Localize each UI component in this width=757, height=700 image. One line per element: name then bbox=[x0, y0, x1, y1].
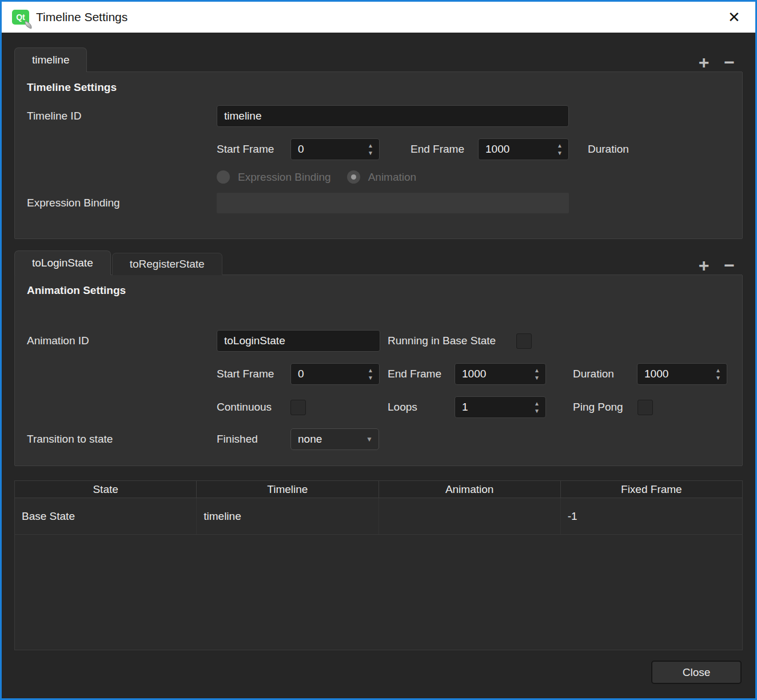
start-frame-label: Start Frame bbox=[217, 368, 290, 380]
start-frame-label: Start Frame bbox=[217, 143, 290, 156]
dialog-footer: Close bbox=[14, 661, 743, 684]
animation-id-label: Animation ID bbox=[27, 335, 217, 347]
duration-spinbox[interactable]: 1000 ▲ ▼ bbox=[637, 363, 727, 385]
continuous-label: Continuous bbox=[217, 401, 290, 413]
cell-state: Base State bbox=[15, 498, 197, 534]
expression-binding-row: Expression Binding bbox=[27, 193, 742, 213]
duration-label: Duration bbox=[573, 368, 637, 380]
animation-id-input[interactable]: toLoginState bbox=[217, 330, 380, 352]
ping-pong-label: Ping Pong bbox=[573, 401, 638, 413]
table-row[interactable]: Base State timeline -1 bbox=[15, 498, 742, 535]
spin-down-icon[interactable]: ▼ bbox=[368, 150, 373, 156]
add-timeline-button[interactable]: + bbox=[699, 56, 710, 69]
loop-options-row: Continuous Loops 1 ▲ ▼ Ping Pong bbox=[27, 396, 742, 418]
timeline-frames-row: Start Frame 0 ▲ ▼ End Frame 1000 ▲ ▼ bbox=[27, 138, 742, 160]
titlebar: Qt Timeline Settings ✕ bbox=[2, 2, 755, 33]
end-frame-spinbox[interactable]: 1000 ▲ ▼ bbox=[478, 138, 569, 160]
expression-binding-input bbox=[217, 193, 569, 213]
end-frame-label: End Frame bbox=[388, 368, 455, 380]
spin-up-icon[interactable]: ▲ bbox=[534, 368, 540, 373]
duration-label: Duration bbox=[588, 143, 629, 156]
animation-tabbar: toLoginState toRegisterState + − bbox=[14, 250, 743, 275]
animation-id-value: toLoginState bbox=[224, 335, 285, 347]
timeline-tab-actions: + − bbox=[699, 56, 743, 72]
qt-logo-text: Qt bbox=[16, 13, 25, 22]
spin-down-icon[interactable]: ▼ bbox=[368, 375, 373, 381]
timeline-settings-panel: Timeline Settings Timeline ID timeline S… bbox=[14, 71, 743, 239]
finished-state-dropdown[interactable]: none ▼ bbox=[290, 428, 379, 450]
finished-state-value: none bbox=[298, 433, 322, 446]
chevron-down-icon: ▼ bbox=[366, 435, 373, 443]
animation-settings-heading: Animation Settings bbox=[27, 284, 742, 297]
window-title: Timeline Settings bbox=[36, 10, 128, 24]
binding-mode-row: Expression Binding Animation bbox=[27, 170, 742, 184]
cell-animation bbox=[379, 498, 561, 534]
expression-binding-radio-label: Expression Binding bbox=[238, 171, 331, 184]
timeline-id-value: timeline bbox=[224, 110, 261, 122]
qt-logo-icon: Qt bbox=[12, 10, 29, 25]
finished-label: Finished bbox=[217, 433, 290, 446]
spin-down-icon[interactable]: ▼ bbox=[534, 375, 540, 381]
spin-down-icon[interactable]: ▼ bbox=[534, 408, 540, 414]
cell-fixed-frame: -1 bbox=[561, 498, 742, 534]
loops-spinbox[interactable]: 1 ▲ ▼ bbox=[455, 396, 546, 418]
transition-to-state-label: Transition to state bbox=[27, 433, 217, 446]
states-table-header: State Timeline Animation Fixed Frame bbox=[15, 481, 742, 498]
animation-radio bbox=[347, 170, 360, 184]
tab-toregisterstate[interactable]: toRegisterState bbox=[112, 253, 222, 275]
states-table: State Timeline Animation Fixed Frame Bas… bbox=[14, 480, 743, 650]
timeline-id-label: Timeline ID bbox=[27, 110, 217, 122]
animation-radio-label: Animation bbox=[368, 171, 417, 184]
add-animation-button[interactable]: + bbox=[699, 259, 710, 272]
column-header-fixed-frame[interactable]: Fixed Frame bbox=[561, 481, 742, 498]
ping-pong-checkbox[interactable] bbox=[638, 400, 653, 415]
spin-up-icon[interactable]: ▲ bbox=[368, 143, 373, 149]
end-frame-value: 1000 bbox=[479, 139, 551, 160]
tab-tologinstate[interactable]: toLoginState bbox=[14, 250, 111, 275]
tab-timeline[interactable]: timeline bbox=[14, 47, 87, 72]
cell-timeline: timeline bbox=[197, 498, 378, 534]
spin-up-icon[interactable]: ▲ bbox=[368, 368, 373, 373]
running-in-base-state-label: Running in Base State bbox=[388, 335, 516, 347]
running-in-base-state-checkbox[interactable] bbox=[516, 333, 532, 349]
animation-frames-row: Start Frame 0 ▲ ▼ End Frame 1000 ▲ ▼ bbox=[27, 363, 742, 385]
column-header-state[interactable]: State bbox=[15, 481, 197, 498]
expression-binding-radio bbox=[217, 170, 230, 184]
spin-up-icon[interactable]: ▲ bbox=[715, 368, 721, 373]
spin-down-icon[interactable]: ▼ bbox=[715, 375, 721, 381]
loops-label: Loops bbox=[388, 401, 455, 413]
close-button[interactable]: Close bbox=[651, 661, 742, 684]
animation-settings-panel: Animation Settings Animation ID toLoginS… bbox=[14, 275, 743, 466]
timeline-settings-heading: Timeline Settings bbox=[27, 81, 742, 94]
timeline-settings-dialog: Qt Timeline Settings ✕ timeline + − Time… bbox=[0, 0, 757, 700]
close-icon[interactable]: ✕ bbox=[713, 2, 755, 33]
animation-tab-actions: + − bbox=[699, 259, 743, 275]
transition-row: Transition to state Finished none ▼ bbox=[27, 428, 742, 450]
remove-timeline-button[interactable]: − bbox=[724, 56, 735, 69]
continuous-checkbox[interactable] bbox=[290, 400, 306, 415]
anim-end-frame-spinbox[interactable]: 1000 ▲ ▼ bbox=[455, 363, 546, 385]
anim-end-frame-value: 1000 bbox=[455, 364, 528, 384]
anim-start-frame-value: 0 bbox=[291, 364, 362, 384]
qt-leaf-icon bbox=[23, 21, 33, 29]
start-frame-spinbox[interactable]: 0 ▲ ▼ bbox=[290, 138, 380, 160]
start-frame-value: 0 bbox=[291, 139, 362, 160]
timeline-id-input[interactable]: timeline bbox=[217, 105, 569, 127]
spin-down-icon[interactable]: ▼ bbox=[557, 150, 563, 156]
remove-animation-button[interactable]: − bbox=[724, 259, 735, 272]
timeline-id-row: Timeline ID timeline bbox=[27, 105, 742, 127]
spin-up-icon[interactable]: ▲ bbox=[557, 143, 563, 149]
dialog-content: timeline + − Timeline Settings Timeline … bbox=[2, 33, 755, 698]
expression-binding-label: Expression Binding bbox=[27, 197, 217, 209]
spin-up-icon[interactable]: ▲ bbox=[534, 401, 540, 407]
timeline-tabbar: timeline + − bbox=[14, 47, 743, 72]
end-frame-label: End Frame bbox=[411, 143, 478, 156]
duration-value: 1000 bbox=[638, 364, 710, 384]
loops-value: 1 bbox=[455, 397, 528, 417]
anim-start-frame-spinbox[interactable]: 0 ▲ ▼ bbox=[290, 363, 380, 385]
column-header-timeline[interactable]: Timeline bbox=[197, 481, 378, 498]
column-header-animation[interactable]: Animation bbox=[379, 481, 561, 498]
animation-id-row: Animation ID toLoginState Running in Bas… bbox=[27, 330, 742, 352]
